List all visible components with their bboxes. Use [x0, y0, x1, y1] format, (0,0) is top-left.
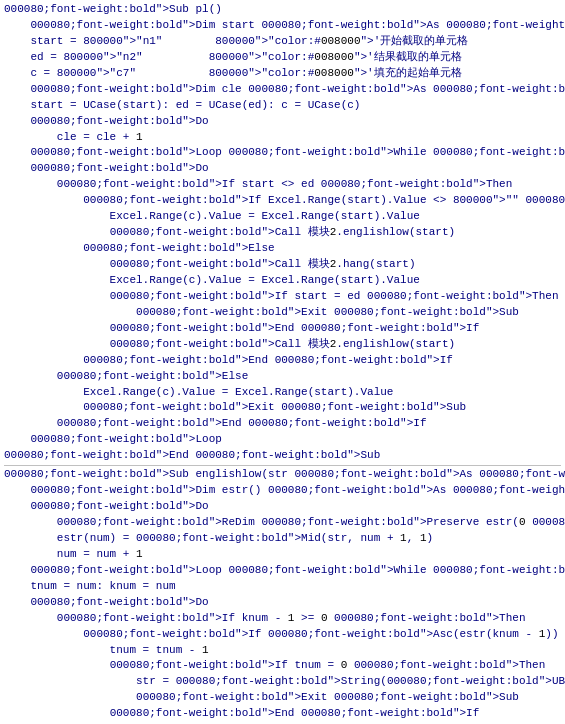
- code-line: 000080;font-weight:bold">Do: [4, 114, 561, 130]
- code-line: 000080;font-weight:bold">Do: [4, 595, 561, 611]
- code-line: cle = cle + 1: [4, 130, 561, 146]
- code-line: str = 000080;font-weight:bold">String(00…: [4, 674, 561, 690]
- code-line: 000080;font-weight:bold">If 000080;font-…: [4, 627, 561, 643]
- code-line: 000080;font-weight:bold">ReDim 000080;fo…: [4, 515, 561, 531]
- code-line: 000080;font-weight:bold">Else: [4, 369, 561, 385]
- code-line: 000080;font-weight:bold">End 000080;font…: [4, 321, 561, 337]
- code-separator: [4, 465, 561, 466]
- code-line: 000080;font-weight:bold">If tnum = 0 000…: [4, 658, 561, 674]
- code-line: 000080;font-weight:bold">Call 模块2.hang(s…: [4, 257, 561, 273]
- code-block: 000080;font-weight:bold">Sub pl() 000080…: [0, 0, 565, 724]
- code-line: Excel.Range(c).Value = Excel.Range(start…: [4, 273, 561, 289]
- code-line: 000080;font-weight:bold">Call 模块2.englis…: [4, 337, 561, 353]
- code-line: Excel.Range(c).Value = Excel.Range(start…: [4, 385, 561, 401]
- code-line: 000080;font-weight:bold">Dim start 00008…: [4, 18, 561, 34]
- code-line: num = num + 1: [4, 547, 561, 563]
- code-line: 000080;font-weight:bold">Dim cle 000080;…: [4, 82, 561, 98]
- code-line: 000080;font-weight:bold">Do: [4, 161, 561, 177]
- code-line: 000080;font-weight:bold">Loop: [4, 432, 561, 448]
- code-container: 000080;font-weight:bold">Sub pl() 000080…: [0, 0, 565, 724]
- code-line: tnum = tnum - 1: [4, 643, 561, 659]
- code-line: 000080;font-weight:bold">Do: [4, 499, 561, 515]
- code-line: 000080;font-weight:bold">If Excel.Range(…: [4, 193, 561, 209]
- code-line: 000080;font-weight:bold">End 000080;font…: [4, 706, 561, 722]
- code-line: 000080;font-weight:bold">Exit 000080;fon…: [4, 400, 561, 416]
- code-line: 000080;font-weight:bold">Else: [4, 241, 561, 257]
- code-line: start = 800000">"n1" 800000">"color:#008…: [4, 34, 561, 50]
- code-line: Excel.Range(c).Value = Excel.Range(start…: [4, 209, 561, 225]
- code-line: c = 800000">"c7" 800000">"color:#008000"…: [4, 66, 561, 82]
- code-line: estr(num) = 000080;font-weight:bold">Mid…: [4, 531, 561, 547]
- code-line: 000080;font-weight:bold">Loop 000080;fon…: [4, 563, 561, 579]
- code-line: 000080;font-weight:bold">Loop 000080;fon…: [4, 145, 561, 161]
- code-line: 000080;font-weight:bold">Call 模块2.englis…: [4, 225, 561, 241]
- code-line: 000080;font-weight:bold">Exit 000080;fon…: [4, 305, 561, 321]
- code-line: 000080;font-weight:bold">Sub englishlow(…: [4, 467, 561, 483]
- code-line: 000080;font-weight:bold">End 000080;font…: [4, 353, 561, 369]
- code-line: start = UCase(start): ed = UCase(ed): c …: [4, 98, 561, 114]
- code-line: 000080;font-weight:bold">If start <> ed …: [4, 177, 561, 193]
- code-line: 000080;font-weight:bold">End 000080;font…: [4, 416, 561, 432]
- code-line: 000080;font-weight:bold">Dim estr() 0000…: [4, 483, 561, 499]
- code-line: tnum = num: knum = num: [4, 579, 561, 595]
- code-line: 000080;font-weight:bold">Sub pl(): [4, 2, 561, 18]
- code-line: 000080;font-weight:bold">If knum - 1 >= …: [4, 611, 561, 627]
- code-line: 000080;font-weight:bold">Exit 000080;fon…: [4, 690, 561, 706]
- code-line: 000080;font-weight:bold">End 000080;font…: [4, 448, 561, 464]
- code-line: 000080;font-weight:bold">If start = ed 0…: [4, 289, 561, 305]
- code-line: ed = 800000">"n2" 800000">"color:#008000…: [4, 50, 561, 66]
